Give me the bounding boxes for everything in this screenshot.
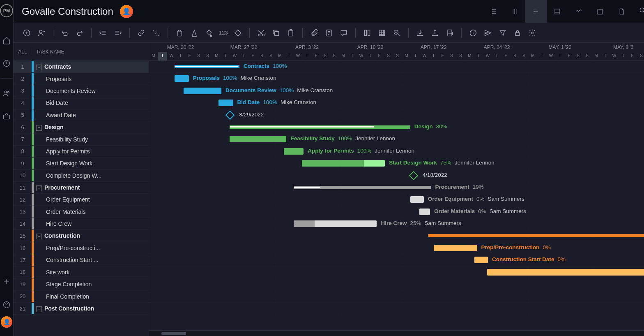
task-row[interactable]: 10Complete Design W... [14,170,149,182]
timeline-day: W [483,52,492,61]
help-icon[interactable] [2,300,12,310]
gantt-summary-bar[interactable] [175,65,239,68]
view-tab-gantt[interactable] [525,0,547,23]
gantt-task-bar[interactable] [302,160,385,167]
lock-icon[interactable] [511,26,524,39]
task-row[interactable]: 16Prep/Pre-constructi... [14,242,149,254]
gantt-task-bar[interactable] [218,100,233,106]
timeline-month: APR, 17 '22 [402,43,465,52]
collapse-icon[interactable]: − [36,185,42,191]
redo-icon[interactable] [73,26,86,39]
grid-icon[interactable] [375,26,389,39]
unlink-icon[interactable] [150,26,163,39]
send-icon[interactable] [481,26,494,39]
info-icon[interactable] [467,26,480,39]
gantt-task-bar[interactable] [284,148,304,155]
zoom-icon[interactable] [390,26,403,39]
color-icon[interactable] [202,26,216,39]
text-style-icon[interactable] [188,26,201,39]
priority-icon[interactable] [231,26,244,39]
gantt-task-bar[interactable] [184,88,221,94]
gantt-task-bar[interactable] [230,136,287,142]
add-user-icon[interactable] [35,26,48,39]
scroll-thumb[interactable] [161,332,186,335]
task-row[interactable]: 17Construction Start ... [14,254,149,266]
collapse-icon[interactable]: − [36,306,42,312]
view-tab-calendar[interactable] [589,0,611,23]
gantt-task-bar[interactable] [419,209,430,215]
gantt-horizontal-scrollbar[interactable] [149,330,644,336]
columns-icon[interactable] [361,26,374,39]
collapse-icon[interactable]: − [36,65,42,70]
task-row[interactable]: 5Award Date [14,109,149,121]
comment-icon[interactable] [337,26,350,39]
copy-icon[interactable] [269,26,283,39]
column-all[interactable]: ALL [14,49,32,55]
task-row[interactable]: 7Feasibility Study [14,133,149,145]
project-avatar[interactable]: 👤 [120,5,133,18]
notes-icon[interactable] [322,26,336,39]
app-logo[interactable]: PM [0,4,13,17]
link-icon[interactable] [135,26,148,39]
settings-icon[interactable] [526,26,539,39]
export-icon[interactable] [428,26,442,39]
undo-icon[interactable] [58,26,71,39]
cut-icon[interactable] [255,26,268,39]
collapse-icon[interactable]: − [36,125,42,131]
view-tab-list[interactable] [483,0,504,23]
attachment-icon[interactable] [308,26,321,39]
gantt-milestone[interactable] [225,110,235,120]
task-row[interactable]: 3Documents Review [14,85,149,97]
gantt-milestone[interactable] [409,171,418,180]
number-format[interactable]: 123 [217,30,230,36]
task-row[interactable]: 15−Construction [14,230,149,242]
clock-icon[interactable] [2,58,12,68]
task-row[interactable]: 1−Contracts [14,61,149,73]
indent-icon[interactable] [111,26,124,39]
add-task-icon[interactable] [20,26,33,39]
search-icon[interactable] [639,7,644,16]
gantt-summary-bar[interactable] [428,234,644,237]
column-task-name[interactable]: TASK NAME [32,49,149,55]
row-color-marker [32,182,34,193]
print-icon[interactable] [443,26,456,39]
view-tab-doc[interactable] [611,0,632,23]
gantt-task-bar[interactable] [294,220,377,227]
people-icon[interactable] [2,88,12,98]
user-avatar[interactable]: 👤 [1,316,12,328]
paste-icon[interactable] [284,26,297,39]
home-icon[interactable] [2,35,12,45]
gantt-task-bar[interactable] [410,196,424,203]
collapse-icon[interactable]: − [36,234,42,239]
gantt-task-bar[interactable] [175,75,189,82]
view-tab-sheet[interactable] [547,0,568,23]
view-tab-dashboard[interactable] [568,0,589,23]
gantt-body[interactable]: Contracts 100%Proposals 100% Mike Cranst… [149,61,644,330]
gantt-task-bar[interactable] [434,245,477,251]
task-row[interactable]: 2Proposals [14,73,149,85]
task-row[interactable]: 6−Design [14,121,149,133]
task-row[interactable]: 8Apply for Permits [14,146,149,158]
task-row[interactable]: 9Start Design Work [14,158,149,169]
task-row[interactable]: 11−Procurement [14,182,149,194]
filter-icon[interactable] [496,26,509,39]
view-tab-board[interactable] [504,0,525,23]
gantt-row: Prep/Pre-construction 0% [149,242,644,254]
gantt-task-bar[interactable] [474,257,488,263]
task-row[interactable]: 13Order Materials [14,206,149,218]
task-row[interactable]: 18Site work [14,266,149,278]
delete-icon[interactable] [173,26,186,39]
task-row[interactable]: 19Stage Completion [14,278,149,290]
outdent-icon[interactable] [97,26,110,39]
gantt-summary-bar[interactable] [230,125,410,129]
task-row[interactable]: 14Hire Crew [14,218,149,230]
add-icon[interactable] [2,277,12,287]
import-icon[interactable] [414,26,427,39]
task-row[interactable]: 21−Post Construction [14,303,149,315]
task-row[interactable]: 4Bid Date [14,97,149,109]
gantt-task-bar[interactable] [487,269,644,276]
gantt-summary-bar[interactable] [294,186,431,189]
briefcase-icon[interactable] [2,111,12,121]
task-row[interactable]: 12Order Equipment [14,194,149,206]
task-row[interactable]: 20Final Completion [14,290,149,302]
